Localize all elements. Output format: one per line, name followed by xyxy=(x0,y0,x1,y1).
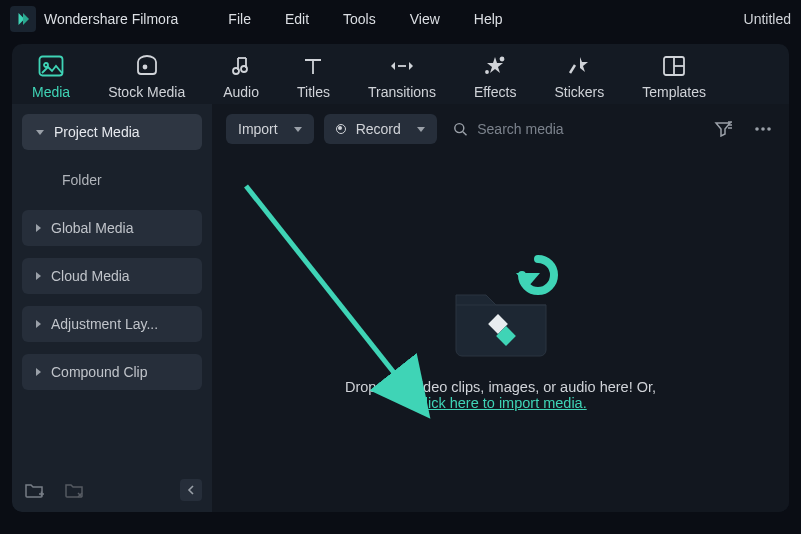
caret-right-icon xyxy=(36,224,41,232)
add-folder-button[interactable] xyxy=(22,478,46,502)
sidebar-item-project-media[interactable]: Project Media xyxy=(22,114,202,150)
import-button[interactable]: Import xyxy=(226,114,314,144)
svg-point-3 xyxy=(233,68,239,74)
record-icon xyxy=(336,124,346,134)
effects-icon xyxy=(483,55,507,77)
tab-transitions[interactable]: Transitions xyxy=(368,54,436,100)
filter-icon xyxy=(714,121,732,137)
dropzone-text: Drop your video clips, images, or audio … xyxy=(345,379,656,395)
media-dropzone[interactable]: Drop your video clips, images, or audio … xyxy=(212,154,789,512)
main-panel: Project Media Folder Global Media Cloud … xyxy=(12,104,789,512)
content-toolbar: Import Record xyxy=(212,104,789,154)
sidebar-item-folder[interactable]: Folder xyxy=(22,162,202,198)
menu-help[interactable]: Help xyxy=(474,11,503,27)
titlebar: Wondershare Filmora File Edit Tools View… xyxy=(0,0,801,38)
record-button[interactable]: Record xyxy=(324,114,437,144)
svg-point-10 xyxy=(455,124,464,133)
app-name: Wondershare Filmora xyxy=(44,11,178,27)
stock-media-icon xyxy=(134,55,160,77)
content-area: Import Record xyxy=(212,104,789,512)
tab-stickers[interactable]: Stickers xyxy=(554,54,604,100)
stickers-icon xyxy=(567,55,591,77)
chevron-left-icon xyxy=(187,485,195,495)
sidebar-item-global-media[interactable]: Global Media xyxy=(22,210,202,246)
menu-tools[interactable]: Tools xyxy=(343,11,376,27)
menubar: File Edit Tools View Help xyxy=(228,11,502,27)
tab-media[interactable]: Media xyxy=(32,54,70,100)
svg-point-6 xyxy=(486,71,488,73)
import-media-link[interactable]: Click here to import media. xyxy=(414,395,586,411)
ellipsis-icon xyxy=(754,126,772,132)
svg-point-11 xyxy=(755,127,759,131)
filter-button[interactable] xyxy=(711,117,735,141)
svg-point-12 xyxy=(761,127,765,131)
transitions-icon xyxy=(389,55,415,77)
svg-point-2 xyxy=(143,66,146,69)
filmora-logo-icon xyxy=(14,10,32,28)
collapse-sidebar-button[interactable] xyxy=(180,479,202,501)
titles-icon xyxy=(301,55,325,77)
tabbar: Media Stock Media Audio Titles Transitio… xyxy=(12,44,789,104)
remove-folder-button[interactable] xyxy=(62,478,86,502)
svg-point-4 xyxy=(241,66,247,72)
document-title: Untitled xyxy=(744,11,791,27)
caret-right-icon xyxy=(36,272,41,280)
tab-audio[interactable]: Audio xyxy=(223,54,259,100)
tab-effects[interactable]: Effects xyxy=(474,54,517,100)
menu-edit[interactable]: Edit xyxy=(285,11,309,27)
templates-icon xyxy=(662,55,686,77)
tab-templates[interactable]: Templates xyxy=(642,54,706,100)
media-icon xyxy=(38,55,64,77)
menu-file[interactable]: File xyxy=(228,11,251,27)
sidebar-item-compound-clip[interactable]: Compound Clip xyxy=(22,354,202,390)
audio-icon xyxy=(230,55,252,77)
folder-x-icon xyxy=(64,481,84,499)
more-options-button[interactable] xyxy=(751,117,775,141)
app-logo xyxy=(10,6,36,32)
sidebar-footer xyxy=(22,478,202,502)
caret-down-icon xyxy=(36,130,44,135)
tab-stock-media[interactable]: Stock Media xyxy=(108,54,185,100)
svg-point-13 xyxy=(767,127,771,131)
caret-right-icon xyxy=(36,368,41,376)
search-icon xyxy=(453,121,467,137)
import-folder-icon xyxy=(436,255,566,375)
chevron-down-icon xyxy=(294,127,302,132)
search-input[interactable] xyxy=(477,121,695,137)
chevron-down-icon xyxy=(417,127,425,132)
sidebar: Project Media Folder Global Media Cloud … xyxy=(12,104,212,512)
menu-view[interactable]: View xyxy=(410,11,440,27)
tab-titles[interactable]: Titles xyxy=(297,54,330,100)
sidebar-item-adjustment-layer[interactable]: Adjustment Lay... xyxy=(22,306,202,342)
svg-line-14 xyxy=(246,186,418,403)
caret-right-icon xyxy=(36,320,41,328)
folder-plus-icon xyxy=(24,481,44,499)
svg-point-5 xyxy=(501,58,504,61)
search-wrap xyxy=(447,121,701,137)
sidebar-item-cloud-media[interactable]: Cloud Media xyxy=(22,258,202,294)
